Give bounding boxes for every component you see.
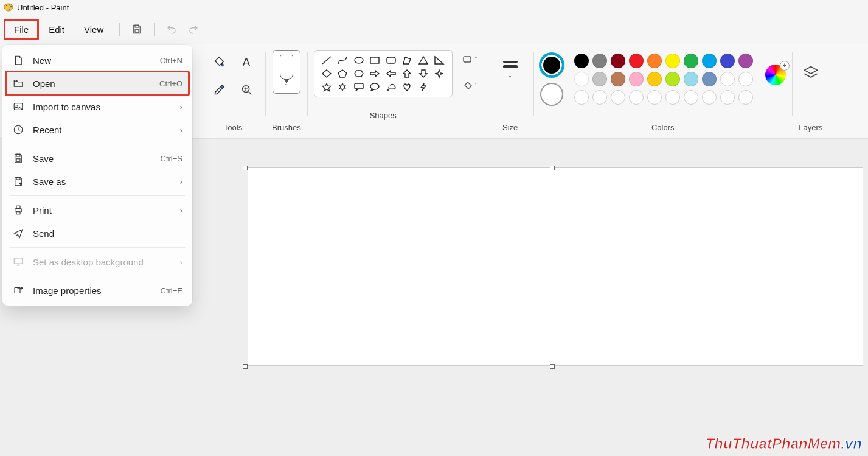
undo-button[interactable] <box>161 19 182 39</box>
color-primary-swatch[interactable] <box>540 54 563 77</box>
color-swatch[interactable] <box>738 54 753 68</box>
svg-rect-24 <box>16 211 20 214</box>
color-swatch[interactable] <box>720 72 735 86</box>
tool-zoom[interactable] <box>235 78 259 102</box>
color-swatch[interactable] <box>574 90 589 105</box>
file-menu-import-to-canvas[interactable]: Import to canvas› <box>6 95 189 118</box>
color-swatch[interactable] <box>738 72 753 86</box>
file-menu-open[interactable]: OpenCtrl+O <box>6 72 189 95</box>
menu-view[interactable]: View <box>74 19 113 40</box>
shape-roundrect-icon[interactable] <box>385 55 397 66</box>
color-swatch[interactable] <box>629 72 644 86</box>
color-swatch[interactable] <box>592 54 607 68</box>
shape-5star-icon[interactable] <box>321 82 333 93</box>
color-swatch[interactable] <box>592 90 607 105</box>
color-swatch[interactable] <box>592 72 607 86</box>
svg-point-9 <box>355 57 363 63</box>
shape-arrow-left-icon[interactable] <box>385 68 397 79</box>
edit-colors-button[interactable] <box>765 65 786 85</box>
color-swatch[interactable] <box>720 90 735 105</box>
shape-rect-icon[interactable] <box>369 55 381 66</box>
canvas-handle[interactable] <box>243 364 248 369</box>
ribbon-label-tools: Tools <box>224 123 242 136</box>
file-menu-recent[interactable]: Recent› <box>6 118 189 141</box>
shape-line-icon[interactable] <box>321 55 333 66</box>
color-swatch[interactable] <box>738 90 753 105</box>
color-swatch[interactable] <box>720 54 735 68</box>
tool-eyedropper[interactable] <box>207 78 231 102</box>
tool-fill[interactable] <box>207 50 231 74</box>
redo-button[interactable] <box>182 19 204 39</box>
shape-triangle-icon[interactable] <box>417 55 429 66</box>
color-swatch[interactable] <box>574 54 589 68</box>
color-swatch[interactable] <box>684 54 698 68</box>
color-swatch[interactable] <box>647 90 662 105</box>
tool-text[interactable]: A <box>235 50 259 74</box>
file-menu-new[interactable]: NewCtrl+N <box>6 49 189 72</box>
color-swatch[interactable] <box>702 90 717 105</box>
color-swatch[interactable] <box>647 54 662 68</box>
canvas[interactable] <box>248 168 863 365</box>
menu-separator <box>119 23 120 36</box>
file-menu-save-as[interactable]: Save as› <box>6 170 189 193</box>
shapes-gallery[interactable] <box>314 50 453 97</box>
shape-callout-cloud-icon[interactable] <box>385 82 397 93</box>
shape-callout-oval-icon[interactable] <box>369 82 381 93</box>
color-swatch[interactable] <box>665 54 680 68</box>
send-icon <box>12 227 24 239</box>
svg-rect-20 <box>16 159 20 162</box>
shape-arrow-up-icon[interactable] <box>401 68 413 79</box>
svg-text:A: A <box>243 55 251 68</box>
shape-diamond-icon[interactable] <box>321 68 333 79</box>
canvas-handle[interactable] <box>243 166 248 170</box>
layers-button[interactable] <box>799 61 823 85</box>
menu-separator-2 <box>154 23 155 36</box>
color-swatch[interactable] <box>647 72 662 86</box>
shape-heart-icon[interactable] <box>401 82 413 93</box>
color-swatch[interactable] <box>611 54 625 68</box>
shape-right-triangle-icon[interactable] <box>433 55 445 66</box>
shape-hexagon-icon[interactable] <box>353 68 365 79</box>
shape-oval-icon[interactable] <box>353 55 365 66</box>
file-menu-print[interactable]: Print› <box>6 198 189 222</box>
svg-rect-11 <box>387 57 395 63</box>
size-dropdown[interactable]: ˅ <box>493 50 527 82</box>
color-swatch[interactable] <box>665 90 680 105</box>
color-swatch[interactable] <box>684 72 698 86</box>
color-swatch[interactable] <box>574 72 589 86</box>
color-swatch[interactable] <box>702 72 717 86</box>
color-swatch[interactable] <box>611 90 625 105</box>
shape-4star-icon[interactable] <box>433 68 445 79</box>
file-new-icon <box>12 54 24 66</box>
shape-polygon-icon[interactable] <box>401 55 413 66</box>
svg-rect-26 <box>15 288 20 293</box>
color-swatch[interactable] <box>665 72 680 86</box>
save-quick-button[interactable] <box>126 19 148 39</box>
svg-point-13 <box>370 83 379 89</box>
menu-item-label: Set as desktop background <box>33 257 144 267</box>
menu-edit[interactable]: Edit <box>39 19 74 40</box>
brush-picker[interactable]: ˅ <box>273 50 300 94</box>
shape-pentagon-icon[interactable] <box>336 68 349 79</box>
file-menu-image-properties[interactable]: Image propertiesCtrl+E <box>6 279 189 302</box>
color-secondary-swatch[interactable] <box>540 83 563 106</box>
canvas-handle[interactable] <box>550 364 555 369</box>
color-swatch[interactable] <box>629 54 644 68</box>
shape-callout-rect-icon[interactable] <box>353 82 365 93</box>
shape-6star-icon[interactable] <box>336 82 349 93</box>
shape-outline-dropdown[interactable]: ˅ <box>460 52 481 67</box>
color-swatch[interactable] <box>629 90 644 105</box>
shape-curve-icon[interactable] <box>336 55 349 66</box>
shape-fill-dropdown[interactable]: ˅ <box>460 78 481 93</box>
shape-lightning-icon[interactable] <box>417 82 429 93</box>
canvas-handle[interactable] <box>550 166 555 170</box>
svg-point-1 <box>6 5 7 6</box>
file-menu-save[interactable]: SaveCtrl+S <box>6 147 189 170</box>
menu-file[interactable]: File <box>4 19 39 40</box>
shape-arrow-right-icon[interactable] <box>369 68 381 79</box>
shape-arrow-down-icon[interactable] <box>417 68 429 79</box>
color-swatch[interactable] <box>611 72 625 86</box>
color-swatch[interactable] <box>702 54 717 68</box>
color-swatch[interactable] <box>684 90 698 105</box>
file-menu-send[interactable]: Send <box>6 222 189 245</box>
